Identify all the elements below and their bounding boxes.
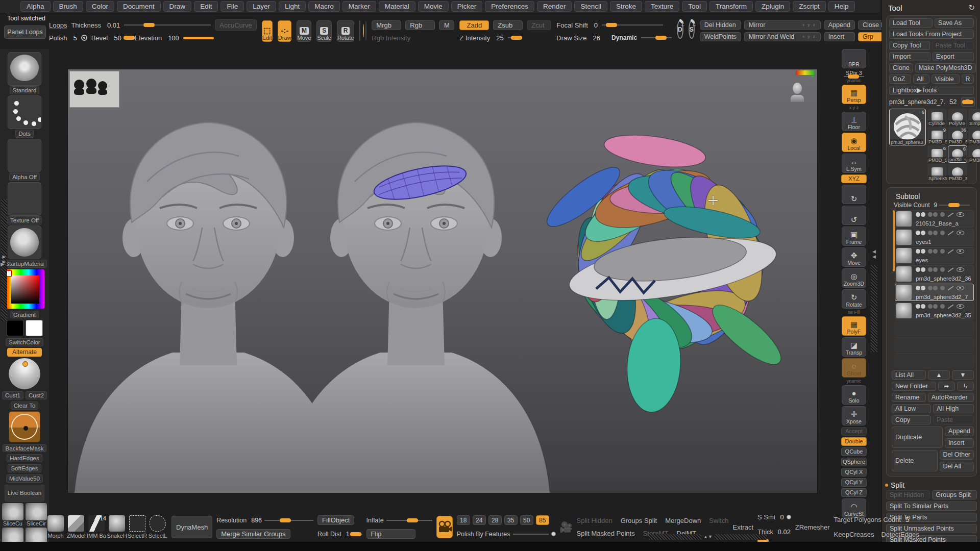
paint-brush-icon[interactable] bbox=[948, 267, 954, 272]
append-button[interactable]: Append bbox=[945, 427, 974, 436]
solo-button[interactable]: ●Solo bbox=[842, 385, 866, 405]
menu-item-edit[interactable]: Edit bbox=[194, 1, 218, 12]
focal-shift-track[interactable] bbox=[602, 24, 663, 26]
paint-brush-icon[interactable] bbox=[948, 231, 954, 235]
copy-button[interactable]: Copy bbox=[892, 415, 931, 424]
s-smt-slider[interactable]: S Smt bbox=[757, 513, 775, 521]
mask-icon[interactable] bbox=[928, 212, 933, 217]
polypaint-icon[interactable] bbox=[916, 212, 920, 217]
backface-mask-thumbnail[interactable] bbox=[9, 411, 40, 442]
frame-button[interactable]: ▣Frame bbox=[842, 227, 866, 246]
visibility-eye-icon[interactable] bbox=[957, 231, 964, 235]
menu-item-alpha[interactable]: Alpha bbox=[20, 1, 51, 12]
groups-split-button[interactable]: Groups Split bbox=[932, 490, 977, 499]
double-button[interactable]: Double bbox=[841, 437, 867, 446]
visibility-eye-icon[interactable] bbox=[957, 212, 964, 217]
focal-shift-label[interactable]: Focal Shift bbox=[556, 21, 587, 29]
loops-slider[interactable]: Loops bbox=[49, 21, 67, 29]
menu-item-transform[interactable]: Transform bbox=[709, 1, 753, 12]
menu-item-stencil[interactable]: Stencil bbox=[574, 1, 607, 12]
subtool-row-eyes[interactable]: eyes bbox=[895, 247, 974, 264]
brush-item-dots[interactable]: Dots bbox=[8, 95, 41, 138]
qsphere-button[interactable]: QSphere bbox=[841, 458, 867, 466]
bottom-tool-snakeh[interactable]: SnakeH bbox=[107, 515, 127, 539]
move-mode-button[interactable]: M Move bbox=[297, 20, 311, 42]
tool-thumbnail-7[interactable]: 6pm3d_s bbox=[948, 145, 967, 163]
menu-item-movie[interactable]: Movie bbox=[418, 1, 449, 12]
qcyl-z-button[interactable]: QCyl Z bbox=[841, 488, 867, 497]
thickness-track[interactable] bbox=[124, 24, 211, 26]
local-button[interactable]: ◉Local bbox=[842, 133, 866, 152]
s-smt-toggle[interactable] bbox=[787, 515, 791, 519]
split-hidden-button[interactable]: Split Hidden bbox=[577, 517, 612, 524]
tool-thumbnail-3[interactable]: 9PM3D_S bbox=[927, 127, 947, 144]
polypaint-icon[interactable] bbox=[921, 304, 925, 309]
strip-icon-8-button[interactable]: ↺ bbox=[842, 206, 866, 225]
accept-button[interactable]: Accept bbox=[841, 427, 867, 436]
visibility-eye-icon[interactable] bbox=[957, 286, 964, 290]
subtool-move-in-button[interactable]: ↳ bbox=[957, 382, 974, 391]
layer-icon[interactable] bbox=[940, 267, 945, 272]
menu-item-render[interactable]: Render bbox=[537, 1, 572, 12]
del-all-button[interactable]: Del All bbox=[940, 462, 974, 471]
polypaint-icon[interactable] bbox=[916, 286, 920, 290]
mirror-button[interactable]: Mirrorx y z bbox=[744, 20, 821, 30]
paint-brush-icon[interactable] bbox=[948, 212, 954, 217]
flip-button[interactable]: Flip bbox=[366, 529, 415, 539]
polypaint-icon[interactable] bbox=[916, 249, 920, 254]
bottom-tool-morph[interactable]: Morph bbox=[46, 515, 65, 539]
qcyl-y-button[interactable]: QCyl Y bbox=[841, 478, 867, 487]
slice-item-slicecu[interactable]: SliceCu bbox=[2, 503, 24, 527]
paint-brush-icon[interactable] bbox=[948, 286, 954, 290]
paint-brush-icon[interactable] bbox=[948, 304, 954, 309]
menu-item-file[interactable]: File bbox=[220, 1, 244, 12]
current-tool-slider[interactable]: pm3d_sphere3d2_7. 52 R bbox=[889, 97, 974, 107]
inflate-slider[interactable]: Inflate bbox=[366, 517, 384, 524]
visible-button[interactable]: Visible bbox=[932, 74, 960, 84]
mergedown-button[interactable]: MergeDown bbox=[665, 517, 701, 524]
tool-thumbnail-2[interactable]: SimpleB bbox=[968, 109, 980, 126]
paint-brush-icon[interactable] bbox=[948, 249, 954, 254]
qcube-button[interactable]: QCube bbox=[841, 447, 867, 456]
bevel-label[interactable]: Bevel bbox=[91, 34, 108, 42]
polypaint-icon[interactable] bbox=[916, 304, 920, 309]
resolution-slider[interactable]: Resolution bbox=[216, 517, 247, 524]
clear-to-button[interactable]: Clear To bbox=[11, 402, 39, 410]
polypaint-icon[interactable] bbox=[921, 267, 925, 272]
zadd-button[interactable]: Zadd bbox=[459, 20, 489, 30]
lightbox-tools-button[interactable]: Lightbox▶Tools bbox=[889, 86, 974, 95]
extract-button[interactable]: Extract bbox=[733, 523, 753, 531]
edit-mode-button[interactable]: ⬚ Edit bbox=[262, 20, 273, 42]
rotate-mode-button[interactable]: R Rotate bbox=[337, 20, 354, 42]
gradient-label[interactable]: Gradient bbox=[10, 311, 39, 319]
polypaint-icon[interactable] bbox=[921, 249, 925, 254]
polish-toggle-dot[interactable] bbox=[551, 532, 556, 536]
camera-lock-icon[interactable]: 🎥 bbox=[560, 521, 573, 533]
soft-edges-button[interactable]: SoftEdges bbox=[8, 464, 41, 472]
tool-thumbnail-4[interactable]: 36PM3D_S bbox=[948, 127, 967, 144]
tool-thumbnail-8[interactable]: PM3D_C bbox=[968, 145, 980, 163]
current-material-thumbnail[interactable] bbox=[365, 20, 366, 41]
projection-18-button[interactable]: 18 bbox=[457, 515, 470, 525]
projection-28-button[interactable]: 28 bbox=[488, 515, 502, 525]
autoreorder-button[interactable]: AutoReorder bbox=[928, 393, 974, 402]
insert-button[interactable]: Insert bbox=[945, 438, 974, 448]
zcut-button[interactable]: Zcut bbox=[527, 20, 551, 30]
selected-tool-thumbnail[interactable]: 6 pm3d_sphere3 bbox=[889, 109, 926, 145]
layer-icon[interactable] bbox=[940, 304, 945, 309]
mask-icon[interactable] bbox=[928, 249, 933, 254]
reset-icon[interactable]: ↻ bbox=[968, 3, 975, 12]
polyf-button[interactable]: ▦PolyF bbox=[842, 316, 866, 336]
append-button[interactable]: Append bbox=[824, 20, 855, 30]
polypaint-icon[interactable] bbox=[921, 286, 925, 290]
mask-icon[interactable] bbox=[933, 286, 938, 290]
polypaint-icon[interactable] bbox=[916, 231, 920, 235]
menu-item-light[interactable]: Light bbox=[279, 1, 306, 12]
current-brush-thumbnail[interactable] bbox=[359, 20, 360, 41]
z-intensity-label[interactable]: Z Intensity bbox=[459, 34, 490, 42]
load-tools-from-project-button[interactable]: Load Tools From Project bbox=[889, 30, 974, 39]
del-hidden-button[interactable]: Del Hidden bbox=[700, 20, 741, 30]
r-button[interactable]: R bbox=[962, 74, 974, 84]
l-sym-button[interactable]: ↔L.Sym bbox=[842, 154, 866, 173]
new-folder-button[interactable]: New Folder bbox=[892, 382, 936, 391]
